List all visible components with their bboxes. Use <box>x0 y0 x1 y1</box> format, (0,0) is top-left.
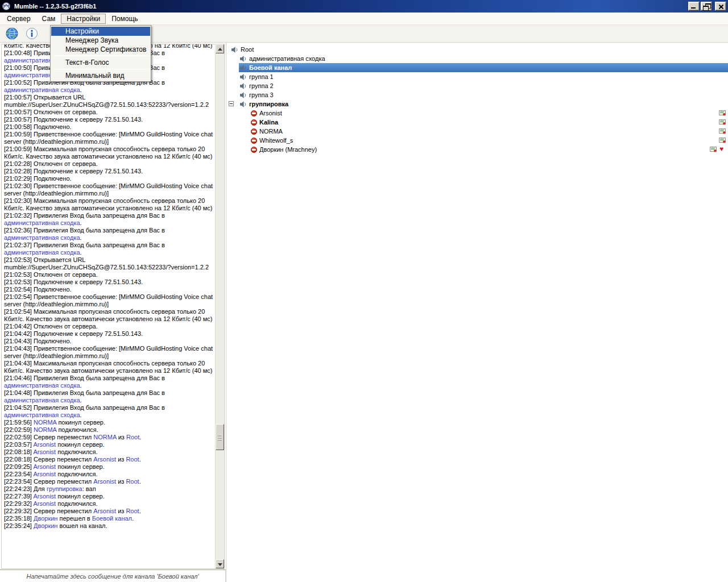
close-icon[interactable] <box>715 2 726 11</box>
authenticated-icon <box>710 146 717 153</box>
log-link[interactable]: Arsonist <box>33 493 56 500</box>
tree-label: Kalina <box>259 119 278 126</box>
log-text: [21:02:53] Открывается URL mumble://Supe… <box>4 256 209 271</box>
log-link[interactable]: Arsonist <box>93 456 116 463</box>
log-text: [22:08:18] <box>4 448 33 455</box>
settings-menu-item[interactable]: Минимальный вид <box>51 71 150 80</box>
log-text: [22:24:23] Для <box>4 485 47 492</box>
log-link[interactable]: административная сходка <box>4 411 80 418</box>
settings-menu-item[interactable]: Настройки <box>51 27 150 36</box>
log-link[interactable]: административная сходка <box>4 382 80 389</box>
menu-item[interactable]: Сервер <box>1 14 36 24</box>
log-entry: [21:02:28] Отключен от сервера. <box>4 160 213 168</box>
log-link[interactable]: Arsonist <box>33 441 56 448</box>
log-entry: [22:27:39] Arsonist покинул сервер. <box>4 493 213 500</box>
scroll-down-icon[interactable] <box>216 559 224 568</box>
tree-channel-row[interactable]: Боевой канал <box>226 63 728 72</box>
settings-menu-item[interactable]: Текст-в-Голос <box>51 58 150 67</box>
log-entry: [21:02:53] Отключен от сервера. <box>4 271 213 278</box>
log-link[interactable]: Дворкин <box>34 522 57 529</box>
tree-user-row[interactable]: Дворкин (Mrachney) <box>226 145 728 154</box>
minimize-icon[interactable] <box>688 2 700 11</box>
log-text: [22:29:32] <box>4 500 33 507</box>
log-entry: [22:35:24] Дворкин вошел на канал. <box>4 522 213 530</box>
restore-icon[interactable] <box>701 2 712 11</box>
menu-item[interactable]: Настройки <box>61 14 106 24</box>
tree-row-body: группа 1 <box>239 72 728 81</box>
connect-globe-icon[interactable] <box>5 26 19 41</box>
log-link[interactable]: Root <box>126 456 139 463</box>
log-entry: [21:02:37] Привилегия Вход была запрещен… <box>4 242 213 256</box>
log-entry: [21:00:58] Подключено. <box>4 123 213 131</box>
tree-label: Arsonist <box>259 110 282 117</box>
tree-channel-row[interactable]: группа 2 <box>226 81 728 90</box>
authenticated-icon <box>719 119 726 126</box>
tree-user-row[interactable]: Kalina <box>226 118 728 127</box>
log-entry: [21:00:59] Приветственное сообщение: [Mi… <box>4 131 213 146</box>
info-icon[interactable] <box>24 26 39 41</box>
log-link[interactable]: Root <box>126 434 139 440</box>
log-link[interactable]: NORMA <box>34 426 56 433</box>
tree-channel-row[interactable]: группа 1 <box>226 72 728 81</box>
log-link[interactable]: административная сходка <box>4 249 80 256</box>
tree-channel-row[interactable]: группа 3 <box>226 90 728 99</box>
log-link[interactable]: административная сходка <box>4 86 80 93</box>
menu-item[interactable]: Помощь <box>106 14 143 24</box>
settings-menu-item[interactable]: Менеджер Сертификатов <box>51 45 150 54</box>
log-scrollbar[interactable] <box>215 44 224 568</box>
log-text: [21:04:43] Максимальная пропускная спосо… <box>4 360 212 374</box>
log-text: [21:04:43] Приветственное сообщение: [Mi… <box>4 345 213 359</box>
log-link[interactable]: административная сходка <box>4 234 80 241</box>
tree-indent <box>226 136 250 145</box>
channel-icon <box>239 64 247 72</box>
channel-icon <box>239 73 247 81</box>
menu-item[interactable]: Сам <box>36 14 61 24</box>
log-link[interactable]: Arsonist <box>33 471 56 477</box>
tree-channel-row[interactable]: Root <box>226 45 728 54</box>
log-entry: [21:00:59] Максимальная пропускная спосо… <box>4 146 213 160</box>
log-text: [22:35:18] <box>4 515 34 522</box>
log-link[interactable]: Arsonist <box>33 448 56 455</box>
tree-channel-row[interactable]: административная сходка <box>226 54 728 63</box>
mumble-logo-icon <box>2 2 11 11</box>
tree-indent <box>226 45 230 54</box>
log-text: [21:02:54] Приветственное сообщение: [Mi… <box>4 293 213 307</box>
chat-message-input[interactable] <box>0 570 225 582</box>
log-text: подключился. <box>56 448 97 455</box>
log-text: [21:02:54] Подключено. <box>4 286 72 293</box>
tree-label: группировка <box>249 101 288 107</box>
log-text: . <box>80 86 82 93</box>
log-text: . <box>80 411 82 418</box>
log-link[interactable]: административная сходка <box>4 397 80 404</box>
log-link[interactable]: Arsonist <box>93 508 116 514</box>
log-text: . <box>80 382 82 389</box>
tree-row-body: группа 3 <box>239 90 728 99</box>
log-link[interactable]: Root <box>126 478 139 485</box>
log-entry: [21:00:57] Отключен от сервера. <box>4 109 213 116</box>
collapse-expander-icon[interactable] <box>229 101 234 106</box>
tree-channel-row[interactable]: группировка <box>226 99 728 109</box>
log-entry: [21:59:56] NORMA покинул сервер. <box>4 419 213 426</box>
titlebar: Mumble -- 1.2,3-53-g2f3f6b1 <box>0 0 728 13</box>
log-link[interactable]: Боевой канал <box>92 515 132 522</box>
log-text: покинул сервер. <box>56 419 105 426</box>
log-text: [21:00:59] Максимальная пропускная спосо… <box>4 146 212 160</box>
scrollbar-thumb[interactable] <box>216 424 224 450</box>
log-text: [21:00:57] Отключен от сервера. <box>4 109 98 115</box>
log-link[interactable]: группировка <box>47 485 82 492</box>
tree-user-row[interactable]: NORMA <box>226 127 728 136</box>
log-entry: [21:02:30] Приветственное сообщение: [Mi… <box>4 182 213 197</box>
scroll-up-icon[interactable] <box>216 44 224 53</box>
tree-user-row[interactable]: Whitewolf_s <box>226 136 728 145</box>
tree-user-row[interactable]: Arsonist <box>226 109 728 118</box>
log-link[interactable]: NORMA <box>93 434 116 440</box>
log-link[interactable]: NORMA <box>34 419 56 426</box>
log-link[interactable]: Root <box>126 508 139 514</box>
log-link[interactable]: Arsonist <box>33 500 56 507</box>
log-entry: [22:29:32] Arsonist подключился. <box>4 500 213 508</box>
log-link[interactable]: Arsonist <box>93 478 116 485</box>
log-link[interactable]: Дворкин <box>34 515 57 522</box>
settings-menu-item[interactable]: Менеджер Звука <box>51 36 150 45</box>
log-link[interactable]: Arsonist <box>33 463 56 470</box>
log-link[interactable]: административная сходка <box>4 219 80 226</box>
